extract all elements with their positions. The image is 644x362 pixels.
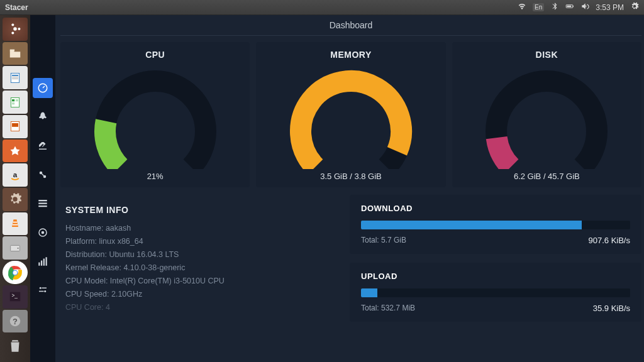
svg-rect-2 — [567, 6, 572, 7]
svg-rect-34 — [38, 203, 47, 204]
launcher-disk[interactable] — [3, 236, 28, 260]
bottom-row: SYSTEM INFO Hostname: aakash Platform: l… — [60, 195, 641, 326]
svg-rect-40 — [43, 259, 45, 266]
svg-rect-15 — [12, 102, 14, 104]
launcher-trash[interactable] — [3, 334, 28, 357]
disk-value: 6.2 GiB / 45.7 GiB — [514, 172, 580, 181]
sysinfo-row: CPU Core: 4 — [65, 303, 338, 312]
launcher-dash[interactable] — [3, 18, 28, 41]
launcher-software[interactable] — [3, 140, 28, 163]
memory-title: MEMORY — [330, 50, 371, 60]
launcher-help[interactable]: ? — [3, 310, 28, 333]
svg-rect-9 — [12, 75, 18, 76]
stacer-sidebar — [30, 15, 55, 362]
svg-rect-45 — [39, 291, 44, 292]
download-card: DOWNLOAD Total: 5.7 GiB 907.6 KiB/s — [350, 195, 641, 254]
svg-rect-14 — [16, 99, 18, 101]
window-title: Stacer — [5, 3, 28, 12]
wifi-icon[interactable] — [518, 2, 526, 13]
nav-dashboard[interactable] — [33, 78, 53, 98]
os-topbar: Stacer En 3:53 PM — [0, 0, 644, 15]
svg-rect-33 — [38, 200, 47, 201]
svg-point-3 — [13, 28, 17, 31]
nav-services[interactable] — [33, 165, 53, 185]
launcher-files[interactable] — [3, 42, 28, 65]
launcher-impress[interactable] — [3, 115, 28, 138]
sysinfo-row: Platform: linux x86_64 — [65, 237, 338, 246]
memory-gauge-card: MEMORY 3.5 GiB / 3.8 GiB — [256, 42, 445, 187]
sysinfo-row: CPU Model: Intel(R) Core(TM) i3-5010U CP… — [65, 277, 338, 285]
clock[interactable]: 3:53 PM — [596, 3, 624, 12]
disk-gauge-card: DISK 6.2 GiB / 45.7 GiB — [452, 42, 641, 187]
main-content: Dashboard CPU 21% MEMORY 3.5 GiB / 3.8 G… — [55, 15, 644, 362]
upload-title: UPLOAD — [361, 272, 630, 281]
nav-resources[interactable] — [33, 251, 53, 272]
system-tray: En 3:53 PM — [518, 2, 639, 13]
download-title: DOWNLOAD — [361, 204, 630, 213]
cpu-gauge-card: CPU 21% — [60, 42, 250, 187]
launcher-settings[interactable] — [3, 188, 28, 211]
upload-card: UPLOAD Total: 532.7 MiB 35.9 KiB/s — [350, 263, 641, 322]
ubuntu-launcher: a >_ ? — [0, 15, 30, 362]
svg-point-5 — [11, 24, 14, 26]
svg-rect-39 — [41, 261, 42, 266]
gauges-row: CPU 21% MEMORY 3.5 GiB / 3.8 GiB DISK 6.… — [60, 42, 641, 187]
nav-startup[interactable] — [33, 107, 53, 127]
svg-rect-17 — [12, 123, 18, 127]
volume-icon[interactable] — [580, 2, 589, 13]
svg-point-22 — [18, 248, 19, 249]
svg-point-4 — [18, 28, 20, 30]
launcher-amazon[interactable]: a — [3, 163, 28, 187]
nav-uninstaller[interactable] — [33, 222, 53, 243]
language-indicator[interactable]: En — [533, 3, 544, 11]
svg-text:?: ? — [13, 317, 18, 326]
svg-rect-19 — [13, 222, 18, 223]
memory-value: 3.5 GiB / 3.8 GiB — [320, 172, 382, 181]
svg-point-44 — [44, 290, 46, 292]
nav-processes[interactable] — [33, 194, 53, 214]
nav-cleaner[interactable] — [33, 136, 53, 156]
svg-point-25 — [13, 270, 18, 275]
network-column: DOWNLOAD Total: 5.7 GiB 907.6 KiB/s UPLO… — [350, 195, 641, 326]
gear-icon[interactable] — [630, 2, 639, 13]
sysinfo-heading: SYSTEM INFO — [65, 205, 338, 215]
launcher-vlc[interactable] — [3, 212, 28, 236]
memory-gauge — [269, 62, 433, 169]
sysinfo-row: CPU Speed: 2.10GHz — [65, 290, 338, 299]
svg-rect-41 — [46, 257, 47, 266]
svg-rect-11 — [12, 79, 18, 79]
upload-total: Total: 532.7 MiB — [361, 304, 415, 313]
launcher-chrome[interactable] — [3, 261, 28, 284]
svg-rect-38 — [38, 263, 40, 266]
disk-title: DISK — [536, 50, 558, 60]
upload-rate: 35.9 KiB/s — [593, 304, 630, 313]
upload-bar — [361, 288, 630, 297]
launcher-terminal[interactable]: >_ — [3, 285, 28, 309]
svg-rect-20 — [13, 224, 18, 226]
download-bar — [361, 221, 630, 229]
system-info: SYSTEM INFO Hostname: aakash Platform: l… — [60, 195, 343, 326]
bluetooth-icon[interactable] — [550, 2, 559, 13]
launcher-calc[interactable] — [3, 90, 28, 114]
svg-rect-8 — [11, 73, 19, 82]
download-rate: 907.6 KiB/s — [589, 236, 631, 245]
svg-point-42 — [40, 287, 42, 289]
cpu-title: CPU — [145, 50, 165, 60]
disk-gauge — [465, 62, 628, 169]
page-title: Dashboard — [60, 15, 641, 36]
sysinfo-row: Hostname: aakash — [65, 224, 338, 233]
cpu-value: 21% — [147, 172, 164, 181]
svg-text:a: a — [13, 170, 18, 178]
nav-settings[interactable] — [33, 280, 53, 300]
launcher-writer[interactable] — [3, 66, 28, 89]
svg-rect-35 — [38, 206, 47, 207]
svg-point-37 — [42, 231, 45, 234]
svg-rect-1 — [573, 6, 574, 7]
battery-icon[interactable] — [565, 2, 574, 13]
sysinfo-row: Distribution: Ubuntu 16.04.3 LTS — [65, 250, 338, 259]
svg-rect-13 — [12, 99, 14, 101]
svg-rect-7 — [10, 50, 14, 52]
svg-text:>_: >_ — [12, 293, 18, 299]
cpu-gauge — [74, 62, 237, 169]
download-total: Total: 5.7 GiB — [361, 236, 406, 245]
